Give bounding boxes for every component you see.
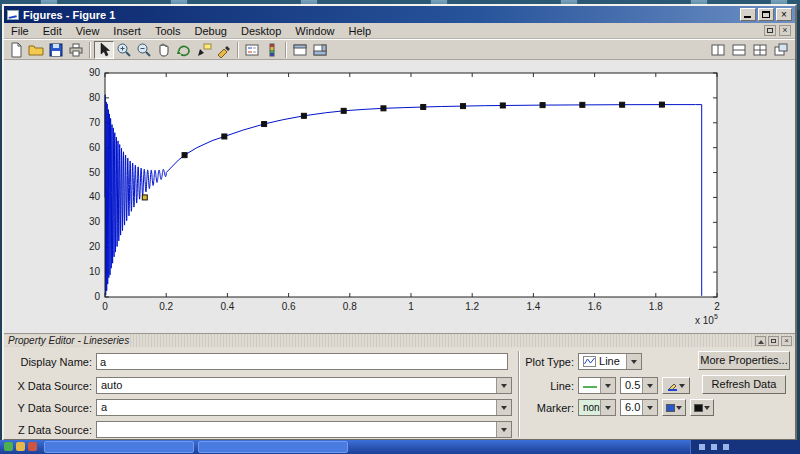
svg-text:1: 1 (408, 301, 414, 312)
data-cursor-icon[interactable] (194, 41, 214, 59)
svg-text:0: 0 (94, 291, 100, 302)
brush-icon[interactable] (214, 41, 234, 59)
chevron-down-icon[interactable] (496, 400, 511, 415)
quick-launch-icon[interactable] (28, 442, 37, 451)
svg-text:10: 10 (89, 266, 101, 277)
tile-rows-icon[interactable] (729, 41, 749, 59)
plot-type-combo[interactable]: Line (578, 353, 642, 370)
more-properties-button[interactable]: More Properties... (698, 351, 790, 370)
minimize-button[interactable] (740, 8, 756, 21)
svg-text:1.8: 1.8 (649, 301, 663, 312)
chevron-down-icon[interactable] (496, 378, 511, 393)
marker-style-combo[interactable]: none (578, 399, 616, 416)
quick-launch-icon[interactable] (4, 442, 13, 451)
x-data-source-combo[interactable]: auto (96, 377, 512, 394)
menu-debug[interactable]: Debug (188, 24, 234, 38)
chevron-down-icon[interactable] (600, 378, 615, 393)
pan-icon[interactable] (154, 41, 174, 59)
insert-legend-icon[interactable] (242, 41, 262, 59)
svg-text:2: 2 (714, 301, 720, 312)
save-figure-icon[interactable] (46, 41, 66, 59)
taskbar[interactable] (0, 440, 800, 454)
line-color-button[interactable] (662, 377, 690, 394)
plot-marker (500, 103, 505, 108)
undock-menubar-icon[interactable] (764, 25, 776, 36)
expand-panel-icon[interactable] (755, 336, 766, 346)
svg-text:0.6: 0.6 (282, 301, 296, 312)
marker-edge-color-button[interactable] (690, 399, 714, 416)
marker-size-combo[interactable]: 6.0 (620, 399, 658, 416)
menu-tools[interactable]: Tools (148, 24, 188, 38)
svg-text:0.8: 0.8 (343, 301, 357, 312)
taskbar-item[interactable] (44, 441, 194, 453)
chevron-down-icon[interactable] (626, 354, 641, 369)
z-data-source-label: Z Data Source: (8, 424, 92, 436)
svg-text:1.4: 1.4 (526, 301, 540, 312)
system-tray[interactable] (690, 440, 800, 454)
plot-marker (341, 108, 346, 113)
menu-desktop[interactable]: Desktop (234, 24, 288, 38)
tile-columns-icon[interactable] (708, 41, 728, 59)
figure-window-icon (7, 10, 19, 20)
open-file-icon[interactable] (26, 41, 46, 59)
rotate-3d-icon[interactable] (174, 41, 194, 59)
close-menubar-icon[interactable]: × (779, 25, 791, 36)
refresh-data-button[interactable]: Refresh Data (702, 375, 786, 394)
marker-edge-color-icon (694, 404, 703, 412)
tile-grid-icon[interactable] (750, 41, 770, 59)
svg-text:0: 0 (102, 301, 108, 312)
close-button[interactable]: × (776, 8, 792, 21)
zoom-out-icon[interactable] (134, 41, 154, 59)
y-data-source-value: a (101, 401, 107, 413)
quick-launch-icon[interactable] (16, 442, 25, 451)
title-bar[interactable]: Figures - Figure 1 × (4, 6, 795, 23)
print-figure-icon[interactable] (66, 41, 86, 59)
plot-marker (659, 102, 664, 107)
chevron-down-icon[interactable] (642, 378, 657, 393)
chevron-down-icon[interactable] (642, 400, 657, 415)
edit-plot-icon[interactable] (94, 41, 114, 59)
insert-colorbar-icon[interactable] (262, 41, 282, 59)
maximize-button[interactable] (758, 8, 774, 21)
display-name-input[interactable] (96, 353, 508, 370)
svg-text:60: 60 (89, 142, 101, 153)
svg-text:20: 20 (89, 241, 101, 252)
figure-canvas-area: 00.20.40.60.811.21.41.61.820102030405060… (4, 60, 795, 333)
y-data-source-combo[interactable]: a (96, 399, 512, 416)
svg-text:1.2: 1.2 (465, 301, 479, 312)
chevron-down-icon[interactable] (496, 422, 511, 437)
menu-window[interactable]: Window (288, 24, 341, 38)
zoom-in-icon[interactable] (114, 41, 134, 59)
property-editor-header[interactable]: Property Editor - Lineseries × (4, 334, 795, 347)
z-data-source-combo[interactable] (96, 421, 512, 438)
menu-help[interactable]: Help (341, 24, 378, 38)
line-style-combo[interactable] (578, 377, 616, 394)
menu-file[interactable]: File (4, 24, 36, 38)
menu-edit[interactable]: Edit (36, 24, 69, 38)
plot-marker (381, 106, 386, 111)
y-data-source-label: Y Data Source: (8, 402, 92, 414)
svg-text:x 105: x 105 (695, 313, 718, 326)
menu-insert[interactable]: Insert (106, 24, 148, 38)
show-plot-tools-icon[interactable] (310, 41, 330, 59)
plot-axes[interactable]: 00.20.40.60.811.21.41.61.820102030405060… (4, 60, 795, 333)
undock-panel-icon[interactable] (768, 336, 779, 346)
chevron-down-icon (704, 406, 710, 410)
taskbar-item[interactable] (198, 441, 348, 453)
x-data-source-value: auto (101, 379, 122, 391)
line-width-combo[interactable]: 0.5 (620, 377, 658, 394)
new-figure-icon[interactable] (6, 41, 26, 59)
close-panel-icon[interactable]: × (781, 336, 792, 346)
menu-view[interactable]: View (69, 24, 107, 38)
menu-bar: File Edit View Insert Tools Debug Deskto… (4, 23, 795, 39)
display-name-label: Display Name: (8, 356, 92, 368)
svg-text:30: 30 (89, 216, 101, 227)
hide-plot-tools-icon[interactable] (290, 41, 310, 59)
svg-text:50: 50 (89, 167, 101, 178)
chevron-down-icon (679, 384, 685, 388)
marker-face-color-button[interactable] (662, 399, 686, 416)
plot-marker (461, 104, 466, 109)
dock-figure-icon[interactable] (771, 41, 791, 59)
svg-text:40: 40 (89, 191, 101, 202)
chevron-down-icon[interactable] (600, 400, 615, 415)
